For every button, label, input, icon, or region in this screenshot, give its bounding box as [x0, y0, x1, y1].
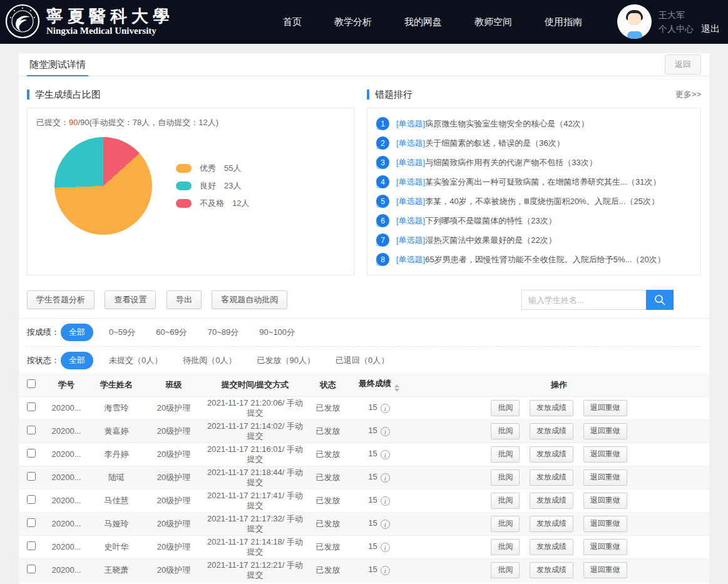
score-filter-60-69[interactable]: 60~69分 [156, 327, 187, 338]
score-filter-70-89[interactable]: 70~89分 [208, 327, 239, 338]
release-score-button[interactable]: 发放成绩 [530, 493, 573, 509]
review-button[interactable]: 批阅 [491, 562, 520, 578]
table-row: 20200... 王晓萧 20级护理 2021-11-17 21:12:21/ … [19, 558, 709, 581]
score-filter-all[interactable]: 全部 [61, 324, 93, 341]
return-redo-button[interactable]: 退回重做 [583, 446, 627, 463]
nav-item-my-drive[interactable]: 我的网盘 [404, 16, 442, 28]
return-redo-button[interactable]: 退回重做 [583, 400, 627, 416]
student-name: 李丹婷 [89, 443, 144, 466]
wrong-question-item[interactable]: 7 [单选题] 湿热灭菌法中效果最好的是（22次） [376, 233, 692, 247]
wrong-question-item[interactable]: 5 [单选题] 李某，40岁，不幸被烧伤，Ⅲ度烧伤面积20%。入院后...（25… [376, 195, 692, 208]
return-redo-button[interactable]: 退回重做 [583, 469, 627, 486]
release-score-button[interactable]: 发放成绩 [530, 562, 573, 578]
row-checkbox[interactable] [27, 518, 36, 527]
student-class: 20级护理 [144, 512, 203, 535]
return-redo-button[interactable]: 退回重做 [583, 493, 627, 509]
search-input[interactable] [521, 290, 646, 310]
auto-grade-objective-button[interactable]: 客观题自动批阅 [212, 290, 287, 309]
export-button[interactable]: 导出 [167, 290, 202, 309]
release-score-button[interactable]: 发放成绩 [530, 539, 573, 555]
wrong-question-item[interactable]: 2 [单选题] 关于细菌素的叙述，错误的是（36次） [376, 136, 692, 150]
select-all-checkbox[interactable] [27, 379, 36, 388]
rank-badge: 6 [376, 214, 389, 227]
status-filter-returned[interactable]: 已退回（0人） [336, 355, 389, 366]
nav-item-teacher-space[interactable]: 教师空间 [474, 16, 512, 28]
nav-item-teaching-analysis[interactable]: 教学分析 [334, 16, 372, 28]
avatar[interactable] [617, 4, 652, 39]
review-button[interactable]: 批阅 [491, 493, 520, 509]
info-icon[interactable] [381, 473, 390, 483]
info-icon[interactable] [381, 427, 390, 436]
row-checkbox[interactable] [27, 565, 36, 573]
status-filter-all[interactable]: 全部 [61, 352, 93, 369]
release-score-button[interactable]: 发放成绩 [530, 516, 573, 532]
wrong-question-item[interactable]: 4 [单选题] 某实验室分离出一种可疑致病菌，在增菌培养研究其生...（31次） [376, 175, 692, 188]
row-checkbox[interactable] [27, 472, 36, 481]
info-icon[interactable] [381, 520, 390, 529]
rank-badge: 7 [376, 233, 389, 247]
review-button[interactable]: 批阅 [491, 469, 520, 486]
review-button[interactable]: 批阅 [491, 516, 520, 532]
status-filter-released[interactable]: 已发放（90人） [257, 355, 314, 366]
back-button[interactable]: 返回 [665, 54, 701, 74]
navbar: 寧夏醫科大學 Ningxia Medical University 首页 教学分… [0, 0, 728, 44]
student-id: 20200... [44, 466, 89, 489]
search-button[interactable] [646, 290, 674, 310]
legend-swatch-excellent [176, 164, 192, 173]
table-header-row: 学号 学生姓名 班级 提交时间/提交方式 状态 最终成绩 操作 [19, 374, 709, 396]
release-score-button[interactable]: 发放成绩 [530, 400, 573, 416]
row-checkbox[interactable] [27, 402, 36, 411]
view-settings-button[interactable]: 查看设置 [105, 290, 156, 309]
final-score: 15 [349, 535, 409, 558]
return-redo-button[interactable]: 退回重做 [583, 539, 627, 555]
row-checkbox[interactable] [27, 495, 36, 504]
row-checkbox[interactable] [27, 541, 36, 550]
wrong-question-item[interactable]: 3 [单选题] 与细菌致病作用有关的代谢产物不包括（33次） [376, 156, 692, 169]
release-score-button[interactable]: 发放成绩 [530, 446, 573, 463]
wrong-question-item[interactable]: 8 [单选题] 65岁男患者，因慢性肾功能不全收住院。入院后给予5%...（20… [376, 253, 692, 266]
return-redo-button[interactable]: 退回重做 [583, 562, 627, 578]
row-checkbox[interactable] [27, 449, 36, 458]
status-filter-not-submitted[interactable]: 未提交（0人） [109, 355, 162, 366]
university-logo[interactable]: 寧夏醫科大學 Ningxia Medical University [5, 4, 174, 39]
review-button[interactable]: 批阅 [491, 446, 520, 463]
review-button[interactable]: 批阅 [491, 423, 520, 439]
row-actions: 批阅 发放成绩 退回重做 [409, 535, 709, 558]
wrong-question-item[interactable]: 6 [单选题] 下列哪项不是噬菌体的特性（23次） [376, 214, 692, 227]
rank-badge: 1 [376, 117, 389, 130]
status-filter-pending-review[interactable]: 待批阅（0人） [183, 355, 236, 366]
score-panel-title: 学生成绩占比图 [35, 89, 101, 101]
info-icon[interactable] [381, 543, 390, 552]
review-button[interactable]: 批阅 [491, 400, 520, 416]
main-nav: 首页 教学分析 我的网盘 教师空间 使用指南 [283, 0, 582, 44]
info-icon[interactable] [381, 404, 390, 413]
pie-chart [54, 137, 152, 235]
nav-item-user-guide[interactable]: 使用指南 [545, 16, 582, 28]
student-answer-analysis-button[interactable]: 学生答题分析 [27, 290, 95, 309]
release-score-button[interactable]: 发放成绩 [530, 423, 573, 439]
row-checkbox[interactable] [27, 426, 36, 434]
legend-item-excellent: 优秀 55人 [176, 160, 249, 177]
tab-quiz-detail[interactable]: 随堂测试详情 [27, 53, 88, 76]
table-row: 20200... 李丹婷 20级护理 2021-11-17 21:16:01/ … [19, 443, 709, 466]
info-icon[interactable] [381, 450, 390, 459]
student-class: 20级护理 [144, 535, 203, 558]
filter-by-status: 按状态： 全部 未提交（0人） 待批阅（0人） 已发放（90人） 已退回（0人） [27, 346, 701, 374]
release-score-button[interactable]: 发放成绩 [530, 469, 573, 486]
content-card: 随堂测试详情 返回 学生成绩占比图 已提交：90/90(手动提交：78人，自动提… [19, 53, 709, 584]
student-id: 20200... [44, 419, 89, 443]
score-filter-0-59[interactable]: 0~59分 [109, 327, 135, 338]
info-icon[interactable] [381, 566, 390, 575]
more-link[interactable]: 更多>> [675, 89, 701, 100]
profile-center-link[interactable]: 个人中心 [659, 24, 694, 34]
score-filter-90-100[interactable]: 90~100分 [259, 327, 295, 338]
nav-item-home[interactable]: 首页 [283, 16, 302, 28]
return-redo-button[interactable]: 退回重做 [583, 423, 627, 439]
sort-icon[interactable] [394, 384, 399, 392]
logout-link[interactable]: 退出 [701, 23, 720, 34]
info-icon[interactable] [381, 496, 390, 506]
review-button[interactable]: 批阅 [491, 539, 520, 555]
wrong-question-item[interactable]: 1 [单选题] 病原微生物实验室生物安全的核心是（42次） [376, 117, 692, 130]
student-class: 20级护理 [144, 581, 203, 584]
return-redo-button[interactable]: 退回重做 [583, 516, 627, 532]
